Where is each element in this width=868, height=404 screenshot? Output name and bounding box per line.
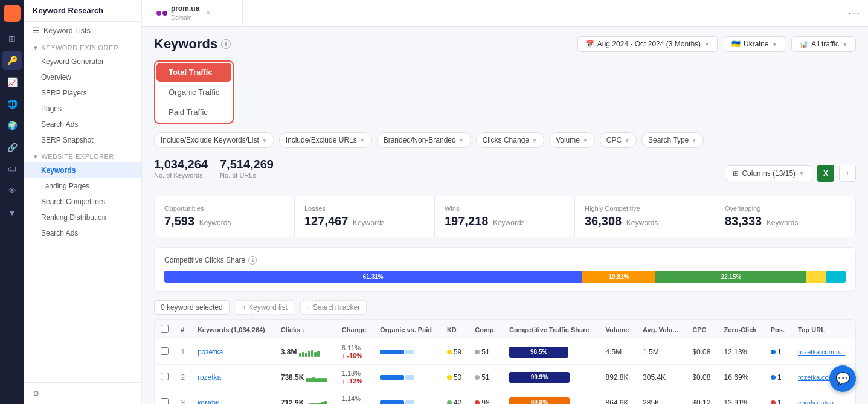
- sidebar-bottom: ⚙: [24, 382, 141, 404]
- filter-label: Include/Exclude Keywords/List: [161, 136, 259, 144]
- columns-button[interactable]: ⊞ Columns (13/15) ▼: [725, 165, 812, 181]
- col-header-clicks[interactable]: Clicks ↓: [275, 320, 336, 339]
- filter-btn-cpc[interactable]: CPC▼: [600, 132, 637, 148]
- select-all-checkbox[interactable]: [161, 325, 169, 333]
- keyword-link[interactable]: розетка: [198, 348, 223, 356]
- country-button[interactable]: 🇺🇦 Ukraine ▼: [724, 36, 785, 52]
- domain-close-icon[interactable]: ✕: [205, 9, 211, 17]
- pos-value: 1: [777, 373, 782, 382]
- card-value: 127,467: [304, 214, 348, 228]
- card-unit: Keywords: [493, 219, 525, 227]
- nav-icon-eye[interactable]: 👁: [2, 181, 22, 200]
- clicks-share-label: Competitive Clicks Share: [164, 256, 245, 265]
- nav-icon-world[interactable]: 🌍: [2, 116, 22, 135]
- nav-icon-home[interactable]: ⊞: [2, 29, 22, 48]
- sidebar-group-website-explorer[interactable]: ▼ Website Explorer: [24, 148, 141, 162]
- clicks-share-info-icon[interactable]: ℹ: [248, 256, 257, 265]
- keyword-link[interactable]: rozetka: [198, 373, 221, 382]
- sidebar-item-serp-snapshot[interactable]: SERP Snapshot: [24, 132, 141, 148]
- stat-urls-value: 7,514,269: [220, 158, 274, 172]
- sidebar-item-keyword-generator[interactable]: Keyword Generator: [24, 54, 141, 69]
- row-organic-paid: [374, 390, 441, 405]
- row-top-url: rozetka.com.u...: [792, 339, 855, 365]
- data-table: #Keywords (1,034,264)Clicks ↓ChangeOrgan…: [154, 319, 856, 404]
- paid-bar: [405, 375, 414, 380]
- nav-icon-filter[interactable]: ▼: [2, 203, 22, 222]
- row-num: 3: [175, 390, 191, 405]
- change-pct: 1.18%: [342, 370, 368, 377]
- spark-bar: [324, 378, 327, 382]
- collapse-arrow-we-icon: ▼: [33, 153, 39, 160]
- header-controls: 📅 Aug 2024 - Oct 2024 (3 Months) ▼ 🇺🇦 Uk…: [577, 36, 856, 52]
- filter-btn-volume[interactable]: Volume▼: [549, 132, 595, 148]
- comp-value: 98: [481, 399, 489, 405]
- traffic-tab-paid-traffic[interactable]: Paid Traffic: [156, 103, 231, 121]
- col-header-num: #: [175, 320, 191, 339]
- row-checkbox[interactable]: [161, 398, 169, 405]
- bar-segment: 61.31%: [164, 271, 582, 283]
- nav-icon-globe[interactable]: 🌐: [2, 94, 22, 114]
- sidebar-item-serp-players[interactable]: SERP Players: [24, 85, 141, 101]
- comp-traffic-bar-container: 99.9%: [509, 397, 570, 405]
- top-url-link[interactable]: rozetka.com.u...: [798, 348, 845, 356]
- info-icon[interactable]: ℹ: [221, 39, 231, 49]
- sidebar-item-landing-pages[interactable]: Landing Pages: [24, 178, 141, 194]
- filter-btn-clicks-change[interactable]: Clicks Change▼: [476, 132, 544, 148]
- spark-bar: [302, 352, 304, 357]
- row-checkbox[interactable]: [161, 347, 169, 355]
- sidebar-item-search-ads[interactable]: Search Ads: [24, 225, 141, 241]
- kd-value: 42: [454, 399, 461, 405]
- search-tracker-button[interactable]: + Search tracker: [300, 300, 367, 315]
- comp-traffic-bar-container: 99.9%: [509, 372, 570, 383]
- sidebar-item-search-ads[interactable]: Search Ads: [24, 117, 141, 132]
- comp-value: 51: [481, 348, 489, 356]
- filter-btn-include-exclude-urls[interactable]: Include/Exclude URLs▼: [279, 132, 372, 148]
- settings-gear-icon[interactable]: ⚙: [33, 389, 40, 398]
- export-excel-button[interactable]: X: [817, 165, 834, 182]
- spark-bar: [306, 378, 309, 382]
- comp-traffic-fill: 99.9%: [509, 397, 570, 405]
- traffic-tab-organic-traffic[interactable]: Organic Traffic: [156, 83, 231, 101]
- organic-bar: [380, 375, 404, 380]
- traffic-tab-total-traffic[interactable]: Total Traffic: [156, 63, 231, 82]
- sidebar-item-pages[interactable]: Pages: [24, 101, 141, 117]
- col-header-zero_click: Zero-Click: [718, 320, 765, 339]
- sidebar-group-keyword-explorer[interactable]: ▼ Keyword Explorer: [24, 39, 141, 54]
- app-logo[interactable]: [4, 5, 21, 22]
- nav-icon-keywords[interactable]: 🔑: [2, 51, 22, 70]
- table-row: 1розетка3.8M 6.11% ↓ -10% 5951 98.5% 4.5…: [155, 339, 855, 365]
- spark-bar: [312, 377, 315, 382]
- sidebar-item-overview[interactable]: Overview: [24, 69, 141, 85]
- nav-icon-link[interactable]: 🔗: [2, 138, 22, 157]
- summary-card-overlapping: Overlapping 83,333 Keywords: [715, 196, 855, 237]
- spark-bar: [299, 353, 301, 357]
- traffic-type-button[interactable]: 📊 All traffic ▼: [791, 36, 856, 52]
- chat-bubble-button[interactable]: 💬: [829, 365, 856, 392]
- top-url-link[interactable]: comfy.ua/ua: [798, 399, 834, 405]
- more-options-button[interactable]: ···: [848, 7, 861, 19]
- nav-icon-tag[interactable]: 🏷: [2, 159, 22, 179]
- spark-bar: [309, 378, 312, 382]
- sidebar-item-ranking-distribution[interactable]: Ranking Distribution: [24, 210, 141, 225]
- keyword-link[interactable]: комфи: [198, 399, 220, 405]
- filter-btn-branded-non-branded[interactable]: Branded/Non-Branded▼: [377, 132, 471, 148]
- spark-bar: [324, 401, 327, 405]
- sidebar-item-keywords[interactable]: Keywords: [24, 162, 141, 178]
- filter-chevron-icon: ▼: [691, 137, 697, 144]
- keyword-list-button[interactable]: + Keyword list: [236, 300, 294, 315]
- filter-btn-include-exclude-keywords-list[interactable]: Include/Exclude Keywords/List▼: [154, 132, 274, 148]
- row-change: 1.18% ↓ -12%: [336, 365, 374, 390]
- filter-btn-search-type[interactable]: Search Type▼: [641, 132, 704, 148]
- comp-dot: [475, 400, 480, 405]
- summary-card-opportunities: Opportunities 7,593 Keywords: [155, 196, 295, 237]
- sidebar-item-search-competitors[interactable]: Search Competitors: [24, 194, 141, 210]
- sidebar-item-keyword-lists[interactable]: ☰ Keyword Lists: [24, 22, 141, 39]
- date-range-button[interactable]: 📅 Aug 2024 - Oct 2024 (3 Months) ▼: [577, 36, 718, 52]
- col-header-kd: KD: [441, 320, 469, 339]
- row-checkbox[interactable]: [161, 373, 169, 380]
- add-column-button[interactable]: +: [839, 165, 856, 182]
- domain-tab-prom.ua[interactable]: prom.ua Domain ✕: [149, 0, 243, 27]
- nav-icon-chart[interactable]: 📈: [2, 72, 22, 92]
- summary-card-wins: Wins 197,218 Keywords: [435, 196, 575, 237]
- comp-dot: [475, 350, 480, 354]
